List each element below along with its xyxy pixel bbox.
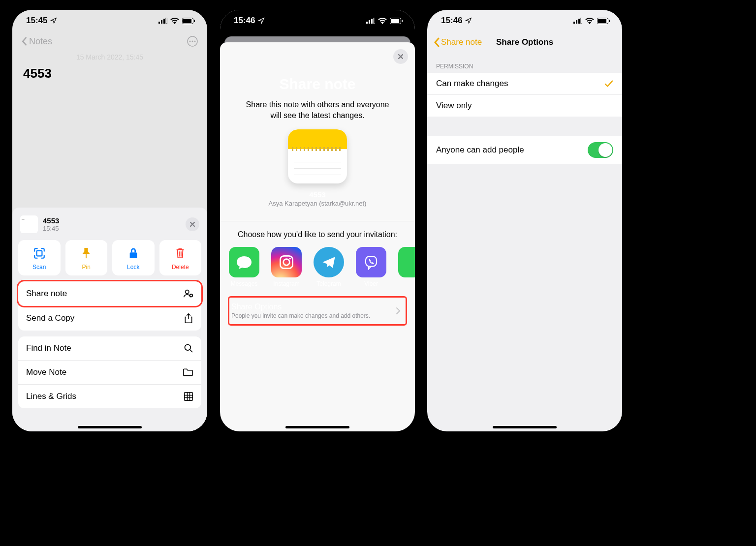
back-button[interactable]: Share note	[433, 37, 482, 47]
svg-rect-3	[166, 18, 167, 24]
back-to-notes[interactable]: Notes	[21, 36, 52, 47]
cellular-icon	[573, 18, 582, 24]
note-preview-icon	[288, 129, 347, 183]
note-title: 4553	[220, 190, 415, 199]
page-description: Share this note with others and everyone…	[240, 99, 395, 121]
home-indicator[interactable]	[493, 426, 557, 428]
permission-can-make-changes[interactable]: Can make changes	[427, 73, 622, 94]
share-people-icon	[183, 288, 193, 299]
cellular-icon	[158, 18, 167, 24]
share-note-label: Share note	[26, 289, 67, 299]
chevron-right-icon	[396, 307, 401, 315]
app-instagram[interactable]: Instagram	[271, 247, 302, 287]
svg-rect-11	[36, 251, 42, 256]
app-messages[interactable]: Messages	[229, 247, 259, 287]
row-label: View only	[436, 101, 472, 111]
page-title: Share note	[220, 76, 415, 92]
share-note-row[interactable]: Share note	[18, 281, 201, 306]
pin-action[interactable]: Pin	[65, 240, 108, 275]
status-time: 15:46	[441, 16, 462, 26]
svg-point-10	[194, 41, 196, 42]
scan-label: Scan	[32, 264, 46, 271]
menu-block-2: Find in Note Move Note Lines & Grids	[18, 336, 201, 408]
move-label: Move Note	[26, 367, 66, 377]
app-label: Telegram	[316, 280, 341, 287]
app-label: Viber	[364, 280, 378, 287]
move-note-row[interactable]: Move Note	[18, 360, 201, 384]
instagram-icon	[271, 247, 302, 277]
share-options-row[interactable]: Share Options People you invite can make…	[228, 296, 407, 326]
svg-point-27	[289, 258, 291, 260]
delete-label: Delete	[172, 264, 189, 271]
chevron-left-icon	[433, 37, 440, 47]
delete-action[interactable]: Delete	[159, 240, 202, 275]
svg-rect-5	[183, 19, 191, 23]
svg-rect-1	[161, 20, 162, 24]
share-apps-row[interactable]: Messages Instagram Telegram Viber	[220, 239, 415, 287]
svg-rect-30	[576, 20, 577, 24]
app-label: Instagram	[273, 280, 299, 287]
send-copy-row[interactable]: Send a Copy	[18, 306, 201, 331]
status-bar: 15:45	[12, 10, 207, 31]
grid-icon	[184, 392, 193, 401]
home-indicator[interactable]	[78, 426, 142, 428]
svg-rect-19	[369, 20, 370, 24]
context-share-sheet: 4553 15:45 Scan Pin Lock Delete	[12, 208, 207, 431]
svg-point-9	[192, 41, 193, 42]
location-arrow-icon	[258, 17, 265, 24]
note-title[interactable]: 4553	[23, 66, 196, 81]
note-timestamp: 15 March 2022, 15:45	[12, 53, 207, 61]
svg-point-26	[284, 259, 290, 266]
screenshot-2-share-note: 15:46 Share note Share this note with ot…	[220, 10, 415, 431]
svg-rect-23	[391, 19, 399, 23]
find-label: Find in Note	[26, 343, 71, 353]
svg-rect-20	[371, 19, 373, 24]
cellular-icon	[366, 18, 375, 24]
location-arrow-icon	[50, 17, 57, 24]
share-options-subtitle: People you invite can make changes and a…	[231, 312, 370, 319]
scan-icon	[33, 247, 46, 260]
note-owner: Asya Karapetyan (starka@ukr.net)	[220, 200, 415, 207]
app-telegram[interactable]: Telegram	[314, 247, 344, 287]
svg-rect-32	[581, 18, 582, 24]
row-label: Can make changes	[436, 79, 508, 89]
choose-label: Choose how you'd like to send your invit…	[220, 230, 415, 239]
row-label: Anyone can add people	[436, 145, 524, 155]
anyone-can-add-row[interactable]: Anyone can add people	[427, 136, 622, 164]
home-indicator[interactable]	[285, 426, 349, 428]
svg-rect-13	[129, 252, 137, 258]
svg-rect-21	[374, 18, 375, 24]
lines-grids-row[interactable]: Lines & Grids	[18, 384, 201, 408]
anyone-group: Anyone can add people	[427, 136, 622, 164]
share-note-card: Share note Share this note with others a…	[220, 42, 415, 431]
anyone-toggle[interactable]	[588, 142, 613, 158]
permission-section-label: Permission	[427, 53, 622, 73]
search-icon	[184, 343, 193, 353]
svg-rect-17	[185, 393, 193, 401]
svg-rect-34	[598, 19, 606, 23]
more-icon[interactable]	[187, 35, 198, 47]
note-thumbnail	[20, 215, 38, 233]
app-viber[interactable]: Viber	[356, 247, 386, 287]
status-time: 15:46	[234, 16, 255, 26]
find-in-note-row[interactable]: Find in Note	[18, 336, 201, 360]
svg-rect-35	[609, 20, 610, 22]
svg-rect-25	[280, 256, 292, 269]
scan-action[interactable]: Scan	[18, 240, 61, 275]
permission-group: Can make changes View only	[427, 73, 622, 117]
share-up-icon	[184, 313, 193, 324]
svg-rect-18	[366, 22, 368, 24]
settings-nav: Share note Share Options	[427, 31, 622, 53]
permission-view-only[interactable]: View only	[427, 94, 622, 117]
app-cutoff[interactable]	[398, 247, 415, 287]
lock-action[interactable]: Lock	[112, 240, 155, 275]
svg-point-14	[186, 290, 189, 294]
close-sheet-button[interactable]	[186, 217, 199, 231]
share-note-highlight: Share note	[18, 281, 201, 306]
app-label-cutoff	[412, 280, 414, 287]
quick-actions-row: Scan Pin Lock Delete	[18, 240, 201, 275]
screenshot-1-notes-app: 15:45 Notes 15 March 2022, 15:45 4553	[12, 10, 207, 431]
wifi-icon	[170, 18, 179, 24]
svg-rect-12	[86, 254, 87, 258]
trash-icon	[175, 247, 186, 260]
